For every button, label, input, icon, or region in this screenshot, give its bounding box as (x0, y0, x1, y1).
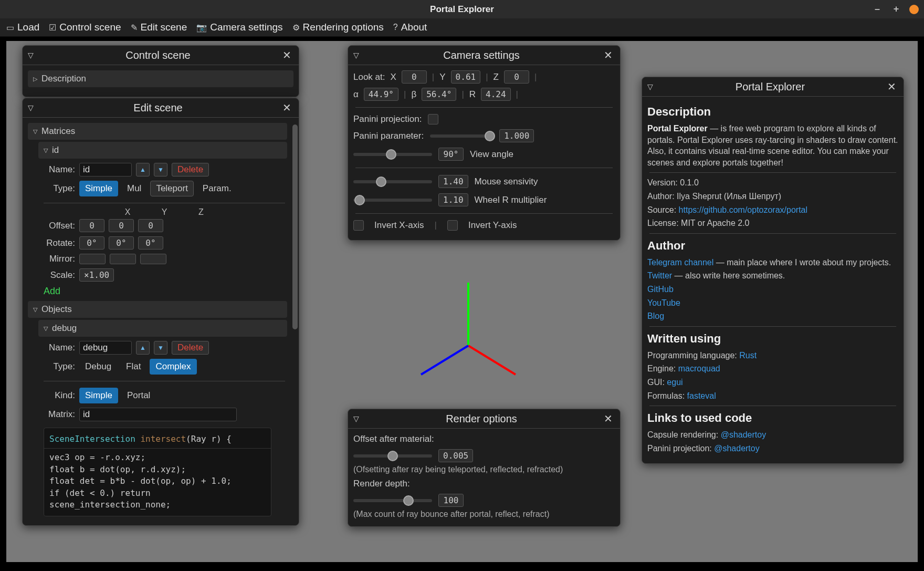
offset-material-value[interactable]: 0.005 (438, 449, 473, 462)
r-value[interactable]: 4.24 (481, 88, 511, 101)
telegram-link[interactable]: Telegram channel (647, 258, 713, 267)
close-icon[interactable]: ✕ (280, 101, 293, 114)
close-window-button[interactable] (909, 5, 919, 14)
object-delete-button[interactable]: Delete (172, 341, 209, 355)
menu-rendering-options[interactable]: ⚙ Rendering options (292, 22, 384, 33)
kind-portal-toggle[interactable]: Portal (121, 388, 156, 403)
rotate-z[interactable]: 0° (138, 236, 163, 250)
mirror-y-checkbox[interactable] (110, 254, 136, 264)
render-depth-slider[interactable] (353, 499, 432, 502)
move-up-button[interactable]: ▲ (136, 163, 150, 177)
type-complex-toggle[interactable]: Complex (150, 359, 196, 375)
objects-item-debug[interactable]: ▽ debug (38, 320, 287, 337)
offset-material-slider[interactable] (353, 454, 432, 458)
view-angle-value[interactable]: 90° (438, 148, 464, 161)
twitter-link[interactable]: Twitter (647, 271, 672, 280)
lang-link[interactable]: Rust (739, 351, 757, 360)
matrices-item-id[interactable]: ▽ id (38, 142, 287, 159)
close-icon[interactable]: ✕ (885, 80, 898, 93)
render-depth-value[interactable]: 100 (438, 494, 464, 507)
move-up-button[interactable]: ▲ (136, 341, 150, 355)
invert-x-checkbox[interactable] (353, 220, 364, 231)
rotate-x[interactable]: 0° (79, 236, 104, 250)
source-link[interactable]: https://github.com/optozorax/portal (679, 205, 807, 214)
beta-value[interactable]: 56.4° (422, 88, 456, 101)
rotate-y[interactable]: 0° (109, 236, 134, 250)
menu-edit-scene[interactable]: ✎ Edit scene (131, 22, 187, 33)
menu-camera-settings[interactable]: 📷 Camera settings (196, 22, 282, 33)
section-description[interactable]: ▷ Description (28, 70, 293, 87)
scale-value[interactable]: ×1.00 (79, 268, 114, 282)
type-teleport-toggle[interactable]: Teleport (150, 181, 193, 196)
wheel-multiplier-slider[interactable] (353, 199, 432, 202)
collapse-icon[interactable]: ▽ (353, 51, 359, 59)
mouse-sensitivity-slider[interactable] (353, 180, 432, 183)
offset-y[interactable]: 0 (109, 219, 134, 232)
alpha-value[interactable]: 44.9° (364, 88, 398, 101)
source-label: Source: (647, 205, 679, 214)
collapse-icon[interactable]: ▽ (28, 51, 34, 59)
close-icon[interactable]: ✕ (280, 49, 293, 61)
invert-y-checkbox[interactable] (447, 220, 458, 231)
capsule-link[interactable]: @shadertoy (721, 430, 766, 439)
close-icon[interactable]: ✕ (602, 412, 615, 425)
mirror-label: Mirror: (44, 254, 75, 264)
panini-projection-checkbox[interactable] (428, 114, 438, 124)
move-down-button[interactable]: ▼ (154, 341, 167, 355)
matrix-delete-button[interactable]: Delete (172, 163, 209, 177)
maximize-button[interactable]: + (890, 4, 902, 15)
panel-title: Control scene (36, 49, 280, 61)
panini-param-value[interactable]: 1.000 (499, 129, 534, 142)
github-link[interactable]: GitHub (647, 285, 674, 294)
object-matrix-input[interactable] (79, 408, 237, 421)
menu-load[interactable]: ▭ Load (6, 22, 39, 33)
mouse-sensitivity-value[interactable]: 1.40 (438, 175, 468, 188)
type-flat-toggle[interactable]: Flat (120, 359, 146, 375)
type-param-toggle[interactable]: Param. (197, 181, 237, 196)
mirror-z-checkbox[interactable] (140, 254, 166, 264)
type-mul-toggle[interactable]: Mul (121, 181, 147, 196)
collapse-icon[interactable]: ▽ (28, 103, 34, 112)
mouse-sensitivity-label: Mouse sensivity (475, 177, 538, 187)
panini-link[interactable]: @shadertoy (714, 444, 760, 453)
menu-about[interactable]: ? About (393, 22, 427, 33)
offset-z[interactable]: 0 (138, 219, 163, 232)
lookat-x[interactable]: 0 (402, 70, 427, 84)
view-angle-slider[interactable] (353, 153, 432, 156)
minimize-button[interactable]: – (872, 4, 883, 15)
kind-simple-toggle[interactable]: Simple (79, 388, 118, 403)
move-down-button[interactable]: ▼ (154, 163, 167, 177)
matrix-add-button[interactable]: Add (39, 284, 65, 299)
close-icon[interactable]: ✕ (602, 49, 615, 61)
render-depth-help: (Max count of ray bounce after portal, r… (353, 510, 615, 519)
workspace: ▽ Control scene ✕ ▷ Description ▽ Edit s… (0, 37, 924, 568)
formulas-link[interactable]: fasteval (687, 391, 716, 400)
mirror-x-checkbox[interactable] (79, 254, 106, 264)
engine-link[interactable]: macroquad (678, 364, 720, 373)
shader-code[interactable]: SceneIntersection intersect(Ray r) { vec… (44, 428, 271, 516)
matrix-name-input[interactable] (79, 163, 132, 177)
section-objects[interactable]: ▽ Objects (28, 301, 287, 318)
collapse-icon[interactable]: ▽ (353, 414, 359, 423)
collapse-icon[interactable]: ▽ (647, 82, 653, 91)
menu-control-scene[interactable]: ☑ Control scene (49, 22, 121, 33)
type-debug-toggle[interactable]: Debug (79, 359, 117, 375)
r-label: R (469, 89, 476, 100)
gui-link[interactable]: egui (667, 378, 682, 387)
object-matrix-label: Matrix: (44, 409, 75, 420)
panini-param-slider[interactable] (430, 134, 493, 138)
shader-code-body: vec3 op = -r.o.xyz; float b = dot(op, r.… (49, 452, 232, 510)
type-simple-toggle[interactable]: Simple (79, 181, 118, 196)
section-matrices[interactable]: ▽ Matrices (28, 123, 287, 140)
wheel-multiplier-value[interactable]: 1.10 (438, 193, 468, 206)
scrollbar[interactable] (292, 124, 298, 361)
panel-control-scene: ▽ Control scene ✕ ▷ Description (22, 45, 299, 97)
object-name-input[interactable] (79, 341, 132, 355)
youtube-link[interactable]: YouTube (647, 298, 680, 307)
offset-x[interactable]: 0 (79, 219, 104, 232)
blog-link[interactable]: Blog (647, 312, 664, 320)
file-icon: ▭ (6, 23, 14, 33)
engine-label: Engine: (647, 364, 678, 373)
lookat-y[interactable]: 0.61 (451, 70, 481, 84)
lookat-z[interactable]: 0 (504, 70, 529, 84)
